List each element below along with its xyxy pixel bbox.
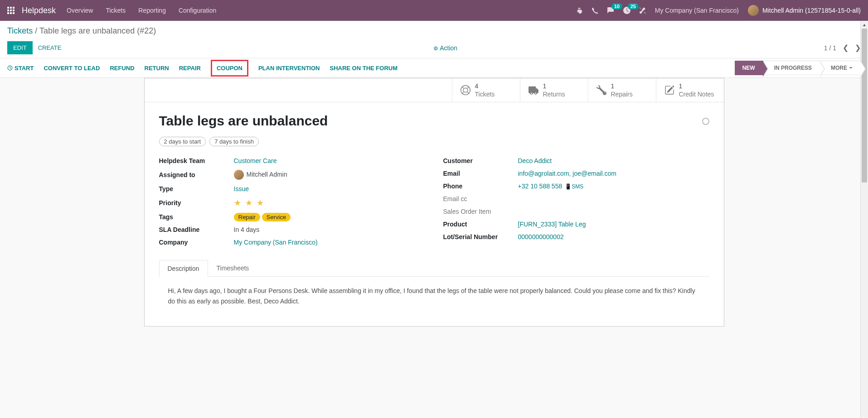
field-priority[interactable]: ★ ★ ★ <box>234 198 425 208</box>
pager-text: 1 / 1 <box>824 44 836 52</box>
user-menu[interactable]: Mitchell Admin (12571854-15-0-all) <box>748 5 861 16</box>
label-phone: Phone <box>443 183 518 190</box>
status-bar: START CONVERT TO LEAD REFUND RETURN REPA… <box>0 58 868 78</box>
breadcrumb-root[interactable]: Tickets <box>7 26 33 35</box>
nav-overview[interactable]: Overview <box>67 7 93 14</box>
action-coupon[interactable]: COUPON <box>211 60 248 77</box>
label-priority: Priority <box>159 199 234 207</box>
nav-tickets[interactable]: Tickets <box>106 7 126 14</box>
field-product[interactable]: [FURN_2333] Table Leg <box>518 221 586 228</box>
label-customer: Customer <box>443 157 518 164</box>
stat-credit-notes[interactable]: 1Credit Notes <box>656 78 724 102</box>
field-lot[interactable]: 0000000000002 <box>518 233 564 240</box>
ticket-title: Table legs are unbalanced <box>159 113 709 129</box>
label-email: Email <box>443 170 518 177</box>
field-email[interactable]: info@agrolait.com, joe@email.com <box>518 170 617 177</box>
field-customer[interactable]: Deco Addict <box>518 157 552 164</box>
nav-configuration[interactable]: Configuration <box>179 7 216 14</box>
scroll-thumb[interactable] <box>862 29 867 183</box>
assignee-avatar <box>234 170 244 180</box>
tools-icon[interactable] <box>640 7 646 14</box>
action-refund[interactable]: REFUND <box>110 65 134 72</box>
phone-icon[interactable] <box>592 7 598 14</box>
pager-prev[interactable]: ❮ <box>843 43 849 52</box>
label-team: Helpdesk Team <box>159 157 234 164</box>
messages-icon[interactable]: 10 <box>607 7 614 14</box>
gear-icon: ⚙ <box>433 45 438 52</box>
bug-icon[interactable] <box>576 7 582 14</box>
form-sheet: 4Tickets 1Returns 1Repairs 1Credit Notes <box>144 78 724 327</box>
time-to-start-badge: 2 days to start <box>159 137 206 146</box>
tag-service[interactable]: Service <box>262 213 291 221</box>
stage-in-progress[interactable]: IN PROGRESS <box>763 61 820 75</box>
user-avatar <box>748 5 759 16</box>
field-company[interactable]: My Company (San Francisco) <box>234 239 318 246</box>
field-sla: In 4 days <box>234 226 425 233</box>
create-button[interactable]: CREATE <box>33 42 67 54</box>
breadcrumb-current: Table legs are unbalanced (#22) <box>39 26 156 35</box>
apps-icon[interactable] <box>7 7 15 14</box>
stat-tickets[interactable]: 4Tickets <box>452 78 520 102</box>
label-sla: SLA Deadline <box>159 226 234 233</box>
tab-description[interactable]: Description <box>159 260 208 277</box>
field-assigned: Mitchell Admin <box>247 171 287 178</box>
chevron-down-icon <box>849 67 853 69</box>
activities-icon[interactable]: 25 <box>623 7 630 14</box>
activities-badge: 25 <box>628 3 639 10</box>
company-selector[interactable]: My Company (San Francisco) <box>655 7 739 14</box>
action-menu[interactable]: ⚙ Action <box>433 44 457 52</box>
time-to-finish-badge: 7 days to finish <box>209 137 259 146</box>
stage-selector: NEW IN PROGRESS MORE <box>735 61 861 75</box>
action-return[interactable]: RETURN <box>145 65 169 72</box>
action-convert-lead[interactable]: CONVERT TO LEAD <box>44 65 100 72</box>
label-tags: Tags <box>159 213 234 221</box>
control-panel: Tickets / Table legs are unbalanced (#22… <box>0 21 868 58</box>
tab-timesheets[interactable]: Timesheets <box>208 259 258 276</box>
label-company: Company <box>159 239 234 246</box>
label-email-cc: Email cc <box>443 195 518 202</box>
stat-returns[interactable]: 1Returns <box>520 78 588 102</box>
tag-repair[interactable]: Repair <box>234 213 260 221</box>
sms-link[interactable]: 📱SMS <box>565 183 583 190</box>
stage-more[interactable]: MORE <box>820 61 861 75</box>
pager: 1 / 1 ❮ ❯ <box>824 43 861 52</box>
label-assigned: Assigned to <box>159 171 234 178</box>
stage-new[interactable]: NEW <box>735 61 763 75</box>
app-brand[interactable]: Helpdesk <box>22 6 56 15</box>
breadcrumb: Tickets / Table legs are unbalanced (#22… <box>7 26 861 36</box>
clock-icon <box>7 65 13 71</box>
label-sale-item: Sales Order Item <box>443 208 518 215</box>
stat-repairs[interactable]: 1Repairs <box>588 78 656 102</box>
action-start[interactable]: START <box>7 65 34 72</box>
field-type[interactable]: Issue <box>234 185 249 192</box>
wrench-icon <box>596 85 606 95</box>
edit-button[interactable]: EDIT <box>7 41 33 54</box>
label-product: Product <box>443 221 518 228</box>
label-type: Type <box>159 185 234 192</box>
field-team[interactable]: Customer Care <box>234 157 277 164</box>
action-share-forum[interactable]: SHARE ON THE FORUM <box>330 65 398 72</box>
nav-reporting[interactable]: Reporting <box>138 7 166 14</box>
truck-icon <box>529 85 538 95</box>
messages-badge: 10 <box>611 3 622 10</box>
user-name: Mitchell Admin (12571854-15-0-all) <box>762 7 861 14</box>
top-navbar: Helpdesk Overview Tickets Reporting Conf… <box>0 0 868 21</box>
action-repair[interactable]: REPAIR <box>179 65 201 72</box>
kanban-state-icon[interactable] <box>702 118 709 125</box>
pencil-square-icon <box>664 85 674 95</box>
field-phone[interactable]: +32 10 588 558 <box>518 183 563 190</box>
lifebuoy-icon <box>461 85 470 95</box>
scroll-up-icon[interactable]: ▲ <box>861 21 868 29</box>
label-lot: Lot/Serial Number <box>443 233 518 240</box>
description-content: Hi, A few days ago, I bought a Four Pers… <box>159 277 709 315</box>
action-plan-intervention[interactable]: PLAN INTERVENTION <box>258 65 320 72</box>
